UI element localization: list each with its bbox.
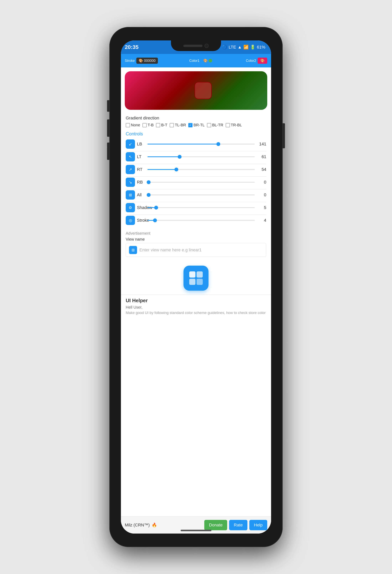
all-value: 0 [257,192,266,197]
lb-slider[interactable] [147,144,255,144]
help-button[interactable]: Help [249,520,267,530]
stroke-ctrl-label: Stroke [137,218,146,223]
label-trbl: TR-BL [231,123,242,127]
shadow-icon[interactable]: ⚙ [126,203,135,212]
stroke-chip[interactable]: 🎨 000000 [136,58,158,64]
all-label: All [137,192,146,197]
rt-label: RT [137,167,146,172]
silent-button[interactable] [107,143,109,160]
rate-button[interactable]: Rate [229,520,247,530]
shadow-slider-fill [147,207,156,208]
lt-value: 61 [257,154,266,159]
color2-chip[interactable]: 🎨 [258,58,267,64]
palette-color2-icon: 🎨 [260,59,265,62]
app-logo [183,266,209,291]
color2-label: Color2 [246,59,256,63]
label-tb: T-B [148,123,154,127]
color1-label: Color1 [189,59,199,63]
lb-slider-thumb [216,142,220,146]
stroke-ctrl-value: 4 [257,218,266,223]
direction-options: None T-B B-T TL-BR [126,123,266,127]
advertisement-label: Advertisement [126,231,266,236]
checkbox-tb[interactable] [142,123,147,127]
shadow-slider-thumb [154,206,158,209]
control-row-stroke: ◎ Stroke 4 [126,216,266,225]
battery-icon: 🔋 [250,45,255,50]
all-slider[interactable] [147,195,255,195]
checkbox-none[interactable] [126,123,130,127]
notch-speaker [183,45,203,47]
battery-percent: 61% [257,45,265,50]
shadow-slider[interactable] [147,207,255,208]
volume-up-button[interactable] [107,100,109,112]
lt-label: LT [137,154,146,159]
direction-bt[interactable]: B-T [156,123,167,127]
lt-icon[interactable]: ↖ [126,152,135,162]
rb-slider-thumb [147,180,151,184]
helper-section: UI Helper Hell User, Make good UI by fol… [121,294,271,318]
toolbar-color2-section: Color2 🎨 [246,58,267,64]
power-button[interactable] [283,123,285,148]
toolbar: Stroke 🎨 000000 Color1 🎨 Color2 [121,54,271,67]
svg-rect-0 [189,271,196,278]
rt-slider-thumb [175,167,178,171]
control-row-shadow: ⚙ Shadow 5 [126,203,266,212]
view-name-input-wrapper[interactable]: ⊞ Enter view name here e.g linear1 [126,243,266,257]
lb-icon[interactable]: ↙ [126,140,135,149]
shadow-value: 5 [257,205,266,210]
label-none: None [131,123,140,127]
stroke-ctrl-icon[interactable]: ◎ [126,216,135,225]
direction-none[interactable]: None [126,123,140,127]
lte-label: LTE [229,45,236,50]
lt-slider-fill [147,156,180,157]
color1-chip[interactable]: 🎨 [201,58,215,64]
checkbox-tlbr[interactable] [170,123,174,127]
signal-icon: ▲ [237,45,242,50]
home-indicator [181,530,211,531]
gradient-shape-preview [195,82,212,99]
label-brtl: BR-TL [194,123,205,127]
direction-tb[interactable]: T-B [142,123,154,127]
direction-bltr[interactable]: BL-TR [207,123,223,127]
control-row-lb: ↙ LB 141 [126,140,266,149]
all-slider-thumb [147,193,151,197]
stroke-slider-thumb [153,218,157,222]
checkbox-bltr[interactable] [207,123,211,127]
palette-stroke-icon: 🎨 [139,59,143,63]
advertisement-section: Advertisement View name ⊞ Enter view nam… [121,230,271,260]
shadow-label: Shadow [137,205,146,210]
donate-button[interactable]: Donate [204,520,227,530]
direction-brtl[interactable]: ✓ BR-TL [188,123,205,127]
direction-trbl[interactable]: TR-BL [226,123,242,127]
rb-icon[interactable]: ↘ [126,178,135,187]
lb-label: LB [137,142,146,146]
control-row-all: ⊞ All 0 [126,190,266,200]
gradient-preview [125,71,267,110]
label-bt: B-T [161,123,167,127]
control-row-lt: ↖ LT 61 [126,152,266,162]
rb-slider[interactable] [147,182,255,183]
volume-down-button[interactable] [107,120,109,137]
checkbox-trbl[interactable] [226,123,230,127]
fire-emoji: 🔥 [152,523,157,528]
divider-rt [126,176,266,177]
svg-rect-2 [189,279,196,285]
helper-greeting: Hell User, [126,305,266,309]
front-camera [204,44,209,48]
checkbox-brtl[interactable]: ✓ [188,123,193,127]
helper-title: UI Helper [126,298,266,304]
checkbox-bt[interactable] [156,123,160,127]
lb-slider-fill [147,144,218,144]
svg-rect-3 [196,279,203,285]
direction-tlbr[interactable]: TL-BR [170,123,186,127]
author-name: Milz (CRN™) [125,523,150,528]
rt-slider[interactable] [147,169,255,170]
status-right-icons: 🔵 LTE ▲ 📶 🔋 61% [222,45,265,50]
stroke-slider[interactable] [147,220,255,221]
gradient-direction-title: Gradient direction [126,116,266,121]
rt-icon[interactable]: ↗ [126,165,135,174]
lt-slider[interactable] [147,156,255,157]
toolbar-stroke-section: Stroke 🎨 000000 [125,58,158,64]
all-icon[interactable]: ⊞ [126,190,135,200]
view-name-label: View name [126,237,266,242]
